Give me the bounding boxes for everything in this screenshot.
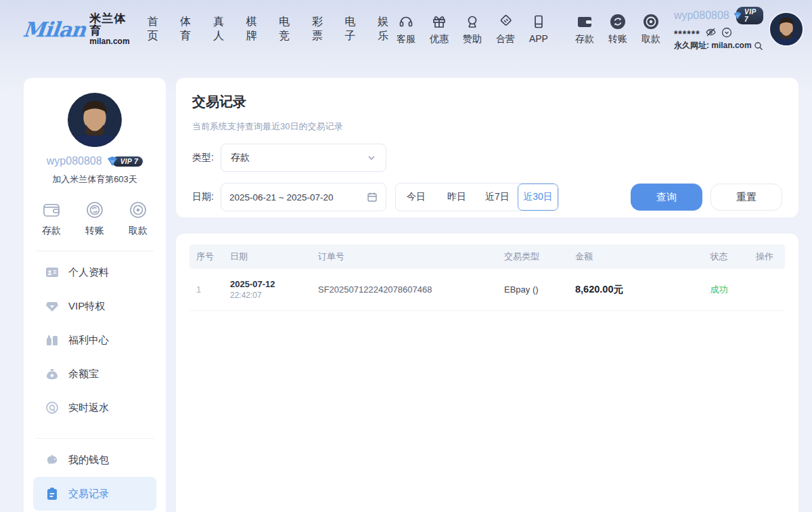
eye-off-icon[interactable] <box>705 26 717 38</box>
row-status-badge: 成功 <box>694 284 744 296</box>
range-today-button[interactable]: 今日 <box>396 184 436 211</box>
brand-logo[interactable]: Milan 米兰体育 milan.com <box>23 13 130 45</box>
sidebar-item-rebate[interactable]: 实时返水 <box>33 391 156 425</box>
id-card-icon <box>45 266 59 278</box>
range-7days-button[interactable]: 近7日 <box>477 184 518 211</box>
sidebar-item-transactions[interactable]: 交易记录 <box>33 477 156 511</box>
service-button[interactable]: 客服 <box>394 13 418 45</box>
type-label: 类型: <box>192 152 221 164</box>
quick-deposit-button[interactable]: 存款 <box>41 200 62 237</box>
query-button[interactable]: 查询 <box>631 184 702 211</box>
table-header-row: 序号 日期 订单号 交易类型 金额 状态 操作 <box>189 244 785 269</box>
user-info: wyp080808 VIP 7 ****** 永久网址: milan.com <box>674 7 763 51</box>
sidebar-quick-actions: 存款 转账 取款 <box>33 200 156 237</box>
date-label: 日期: <box>192 191 221 203</box>
search-icon[interactable] <box>754 41 763 51</box>
date-range-input[interactable]: 2025-06-21 ~ 2025-07-20 <box>221 183 386 211</box>
sidebar: wyp080808 VIP 7 加入米兰体育第603天 存款 转账 <box>24 78 166 512</box>
withdraw-outline-icon <box>128 200 148 219</box>
brand-logo-script: Milan <box>22 18 87 41</box>
app-button[interactable]: APP <box>526 13 551 44</box>
deposit-button[interactable]: 存款 <box>572 13 597 45</box>
nav-item-lottery[interactable]: 彩票 <box>312 15 328 43</box>
range-30days-button[interactable]: 近30日 <box>518 184 558 211</box>
username: wyp080808 <box>674 9 729 22</box>
transfer-icon <box>609 13 627 30</box>
quick-range-group: 今日 昨日 近7日 近30日 <box>395 183 559 211</box>
headset-icon <box>398 13 414 30</box>
calendar-icon <box>367 192 378 202</box>
transfer-button[interactable]: 转账 <box>606 13 630 45</box>
main-nav: 首页 体育 真人 棋牌 电竞 彩票 电子 娱乐 <box>148 15 394 43</box>
row-amount: 8,620.00元 <box>568 283 694 296</box>
sponsor-button[interactable]: 赞助 <box>460 13 484 45</box>
nav-item-sports[interactable]: 体育 <box>180 15 196 43</box>
divider <box>36 438 154 439</box>
filter-panel: 交易记录 当前系统支持查询最近30日的交易记录 类型: 存款 日期: 2025-… <box>176 78 798 217</box>
page-title: 交易记录 <box>192 93 782 111</box>
records-clipboard-icon <box>45 487 59 500</box>
nav-item-home[interactable]: 首页 <box>148 15 164 43</box>
sidebar-item-wallet[interactable]: 我的钱包 <box>33 443 156 477</box>
brand-domain: milan.com <box>89 37 129 46</box>
benefits-icon <box>45 334 59 346</box>
type-select[interactable]: 存款 <box>221 144 386 172</box>
vip-diamond-icon <box>45 300 59 312</box>
transfer-outline-icon <box>85 200 105 219</box>
vip-gem-icon <box>733 9 742 22</box>
quick-transfer-button[interactable]: 转账 <box>85 200 105 237</box>
user-avatar[interactable] <box>770 13 803 45</box>
sidebar-vip-badge: VIP 7 <box>106 155 143 167</box>
chevron-circle-icon[interactable] <box>721 27 732 38</box>
sidebar-item-vip[interactable]: VIP特权 <box>33 289 156 323</box>
transactions-table-panel: 序号 日期 订单号 交易类型 金额 状态 操作 1 2025-07-12 22:… <box>176 234 798 512</box>
row-index: 1 <box>189 284 223 295</box>
partner-button[interactable]: 合营 <box>493 13 518 45</box>
wallet-icon <box>576 13 593 30</box>
row-date: 2025-07-12 22:42:07 <box>223 279 311 300</box>
phone-icon <box>531 13 547 30</box>
divider <box>36 251 154 251</box>
withdraw-button[interactable]: 取款 <box>639 13 663 45</box>
nav-item-esports[interactable]: 电竞 <box>279 15 295 43</box>
brand-name-cn: 米兰体育 <box>89 13 129 37</box>
money-bag-icon <box>45 368 59 380</box>
table-row: 1 2025-07-12 22:42:07 SF2025071222420786… <box>189 269 785 311</box>
nav-item-live[interactable]: 真人 <box>213 15 229 43</box>
row-order-no: SF202507122242078607468 <box>311 284 497 295</box>
wallet-outline-icon <box>41 200 62 219</box>
range-yesterday-button[interactable]: 昨日 <box>436 184 477 211</box>
sidebar-item-profile[interactable]: 个人资料 <box>33 255 156 289</box>
rebate-icon <box>45 401 59 414</box>
col-amount: 金额 <box>568 251 694 263</box>
col-type: 交易类型 <box>497 251 568 263</box>
nav-item-entertainment[interactable]: 娱乐 <box>378 15 394 43</box>
col-order-no: 订单号 <box>311 251 497 263</box>
page-subtitle: 当前系统支持查询最近30日的交易记录 <box>192 121 782 133</box>
withdraw-icon <box>642 13 660 30</box>
header-actions: 客服 优惠 赞助 合营 <box>394 13 663 45</box>
quick-withdraw-button[interactable]: 取款 <box>128 200 148 237</box>
vip-badge: VIP 7 <box>733 7 763 24</box>
gift-icon <box>431 13 447 30</box>
col-date: 日期 <box>223 251 311 263</box>
col-index: 序号 <box>189 251 223 263</box>
sidebar-avatar[interactable] <box>68 93 122 147</box>
vip-gem-icon <box>106 155 118 167</box>
promo-button[interactable]: 优惠 <box>427 13 451 45</box>
col-status: 状态 <box>694 251 744 263</box>
chevron-down-icon <box>367 153 376 163</box>
sidebar-item-yuebao[interactable]: 余额宝 <box>33 357 156 391</box>
row-type: EBpay () <box>497 284 568 295</box>
permanent-url: 永久网址: milan.com <box>674 40 752 51</box>
handshake-icon <box>497 13 514 30</box>
medal-icon <box>464 13 480 30</box>
nav-item-cards[interactable]: 棋牌 <box>246 15 263 43</box>
col-action: 操作 <box>744 251 785 263</box>
top-bar: Milan 米兰体育 milan.com 首页 体育 真人 棋牌 电竞 彩票 电… <box>0 0 812 58</box>
nav-item-slots[interactable]: 电子 <box>345 15 361 43</box>
reset-button[interactable]: 重置 <box>710 184 782 211</box>
piggy-bank-icon <box>45 454 59 466</box>
join-days-text: 加入米兰体育第603天 <box>33 173 156 186</box>
sidebar-item-benefits[interactable]: 福利中心 <box>33 323 156 357</box>
